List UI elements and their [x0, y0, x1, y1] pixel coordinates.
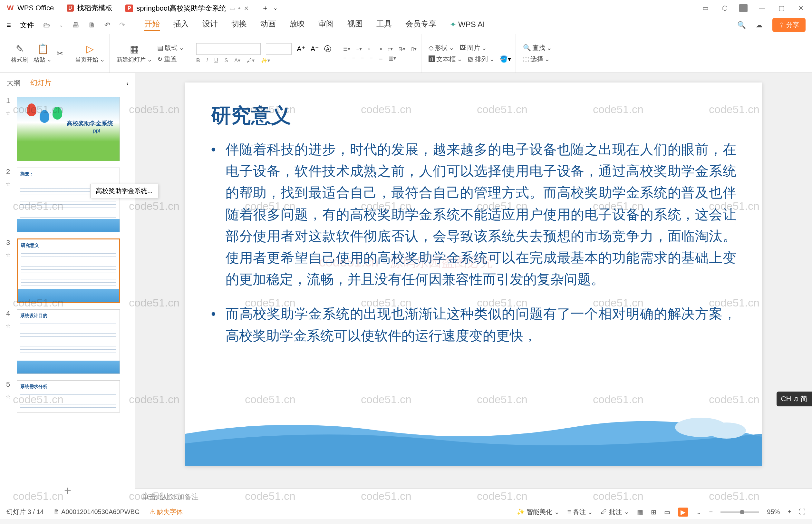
notes-toggle[interactable]: ≡ 备注 ⌄ — [567, 508, 593, 516]
picture-button[interactable]: 🖼图片 ⌄ — [460, 44, 487, 52]
window-layout-icon[interactable]: ▭ — [700, 3, 710, 13]
thumbnail-3[interactable]: 研究意义 — [17, 239, 120, 303]
redo-icon[interactable]: ↷ — [119, 21, 125, 29]
effects-icon[interactable]: ✨▾ — [261, 58, 270, 64]
text-direction-icon[interactable]: ⇅▾ — [399, 46, 405, 52]
font-family-select[interactable] — [196, 43, 261, 55]
zoom-in-icon[interactable]: + — [788, 508, 791, 515]
align-center-icon[interactable]: ≡ — [352, 55, 355, 61]
align-left-icon[interactable]: ≡ — [343, 55, 346, 61]
collapse-panel-icon[interactable]: ‹ — [126, 80, 129, 87]
notes-area[interactable]: 单击此处添加备注 — [135, 489, 812, 505]
fit-window-icon[interactable]: ⛶ — [799, 508, 806, 515]
print-icon[interactable]: 🖶 — [72, 21, 79, 29]
tab-animation[interactable]: 动画 — [260, 19, 276, 31]
slide-body[interactable]: • 伴随着科技的进步，时代的发展，越来越多的电子设备也随之出现在人们的眼前，在电… — [185, 138, 762, 346]
distribute-icon[interactable]: ≣ — [379, 55, 383, 61]
add-slide-button[interactable]: ＋ — [0, 476, 135, 505]
columns-icon[interactable]: ▥▾ — [388, 55, 396, 61]
cube-icon[interactable]: ⬡ — [720, 3, 730, 13]
bullet-list-icon[interactable]: ☰▾ — [343, 46, 350, 52]
outline-tab[interactable]: 大纲 — [6, 78, 21, 88]
slideshow-dropdown-icon[interactable]: ⌄ — [696, 508, 701, 516]
tab-insert[interactable]: 插入 — [173, 19, 189, 31]
font-size-select[interactable] — [266, 43, 292, 55]
zoom-out-icon[interactable]: − — [709, 508, 713, 515]
open-folder-icon[interactable]: 🗁 — [43, 21, 50, 29]
layout-button[interactable]: ▤版式 ⌄ — [157, 44, 184, 52]
search-icon[interactable]: 🔍 — [737, 21, 746, 29]
zoom-level[interactable]: 95% — [767, 508, 780, 515]
tab-transition[interactable]: 切换 — [231, 19, 247, 31]
tab-ai[interactable]: ✦WPS AI — [450, 19, 485, 31]
view-sorter-icon[interactable]: ⊞ — [651, 508, 656, 516]
slide-canvas[interactable]: 研究意义 • 伴随着科技的进步，时代的发展，越来越多的电子设备也随之出现在人们的… — [185, 82, 762, 466]
clear-format-icon[interactable]: Ⓐ — [324, 44, 331, 54]
comment-toggle[interactable]: 🖊 批注 ⌄ — [601, 508, 629, 516]
align-vertical-icon[interactable]: ▯▾ — [411, 46, 417, 52]
view-reading-icon[interactable]: ▭ — [664, 508, 670, 516]
app-tab-template[interactable]: D 找稻壳模板 — [60, 0, 119, 16]
reset-button[interactable]: ↻重置 — [157, 55, 184, 64]
star-icon[interactable]: ☆ — [5, 180, 11, 187]
play-from-current-button[interactable]: ▷当页开始 ⌄ — [75, 43, 105, 64]
share-button[interactable]: ⇪分享 — [772, 18, 806, 32]
number-list-icon[interactable]: ≡▾ — [356, 46, 362, 52]
thumbnail-5[interactable]: 系统需求分析 — [17, 380, 120, 412]
slide-title[interactable]: 研究意义 — [185, 82, 762, 138]
align-justify-icon[interactable]: ≡ — [369, 55, 372, 61]
tab-start[interactable]: 开始 — [144, 19, 160, 31]
cloud-upload-icon[interactable]: ☁ — [756, 21, 763, 29]
thumbnail-4[interactable]: 系统设计目的 — [17, 309, 120, 374]
indent-decrease-icon[interactable]: ⇤ — [368, 46, 372, 52]
thumbnail-1[interactable]: 高校奖助学金系统 ppt — [17, 97, 120, 161]
thumbnails-list[interactable]: 1☆ 高校奖助学金系统 ppt 2☆ 摘要： 3☆ — [0, 94, 135, 476]
star-icon[interactable]: ☆ — [5, 393, 11, 400]
italic-icon[interactable]: I — [206, 58, 208, 64]
tab-member[interactable]: 会员专享 — [405, 19, 436, 31]
arrange-button[interactable]: ▧排列 ⌄ — [467, 55, 495, 64]
app-tab-document[interactable]: P springboot高校奖助学金系统 ▭ • ✕ — [119, 0, 255, 16]
maximize-icon[interactable]: ▢ — [777, 3, 786, 13]
shape-button[interactable]: ◇形状 ⌄ — [429, 44, 454, 52]
thumbnail-2[interactable]: 摘要： — [17, 167, 120, 232]
missing-font-warning[interactable]: ⚠ 缺失字体 — [150, 508, 183, 516]
line-spacing-icon[interactable]: ↕▾ — [388, 46, 393, 52]
star-icon[interactable]: ☆ — [5, 110, 11, 117]
cut-button[interactable]: ✂ — [57, 49, 63, 58]
fill-color-icon[interactable]: 🪣▾ — [500, 55, 511, 63]
underline-icon[interactable]: U — [214, 58, 218, 64]
font-color-icon[interactable]: A▾ — [234, 58, 241, 64]
tab-review[interactable]: 审阅 — [318, 19, 334, 31]
star-icon[interactable]: ☆ — [5, 322, 11, 329]
preview-icon[interactable]: 🗎 — [88, 21, 95, 29]
textbox-button[interactable]: 🅰文本框 ⌄ — [429, 55, 462, 64]
file-menu[interactable]: 文件 — [20, 20, 34, 30]
new-slide-button[interactable]: ▦新建幻灯片 ⌄ — [117, 43, 152, 64]
close-tab-icon[interactable]: ✕ — [244, 5, 249, 12]
find-button[interactable]: 🔍查找 ⌄ — [523, 44, 552, 52]
highlight-icon[interactable]: 🖍▾ — [247, 58, 254, 64]
increase-font-icon[interactable]: A⁺ — [297, 45, 305, 53]
slideshow-button[interactable]: ▶ — [678, 508, 688, 517]
minimize-icon[interactable]: — — [757, 3, 767, 13]
new-tab-button[interactable]: ＋⌄ — [255, 0, 284, 16]
avatar-icon[interactable] — [739, 4, 748, 12]
undo-icon[interactable]: ↶ — [104, 21, 110, 29]
tab-design[interactable]: 设计 — [202, 19, 218, 31]
select-button[interactable]: ⬚选择 ⌄ — [523, 55, 552, 64]
tab-view[interactable]: 视图 — [347, 19, 363, 31]
app-tab-wps[interactable]: W WPS Office — [0, 0, 60, 16]
beautify-button[interactable]: ✨ 智能美化 ⌄ — [517, 508, 560, 516]
indent-increase-icon[interactable]: ⇥ — [378, 46, 382, 52]
slides-tab[interactable]: 幻灯片 — [30, 78, 52, 88]
star-icon[interactable]: ☆ — [5, 251, 11, 259]
zoom-slider[interactable] — [720, 511, 759, 513]
format-brush-button[interactable]: ✎格式刷 — [11, 43, 28, 64]
view-normal-icon[interactable]: ▦ — [637, 508, 643, 516]
tab-slideshow[interactable]: 放映 — [289, 19, 305, 31]
strikethrough-icon[interactable]: S — [225, 58, 228, 64]
decrease-font-icon[interactable]: A⁻ — [311, 45, 319, 53]
bold-icon[interactable]: B — [196, 58, 200, 64]
tab-tools[interactable]: 工具 — [376, 19, 392, 31]
